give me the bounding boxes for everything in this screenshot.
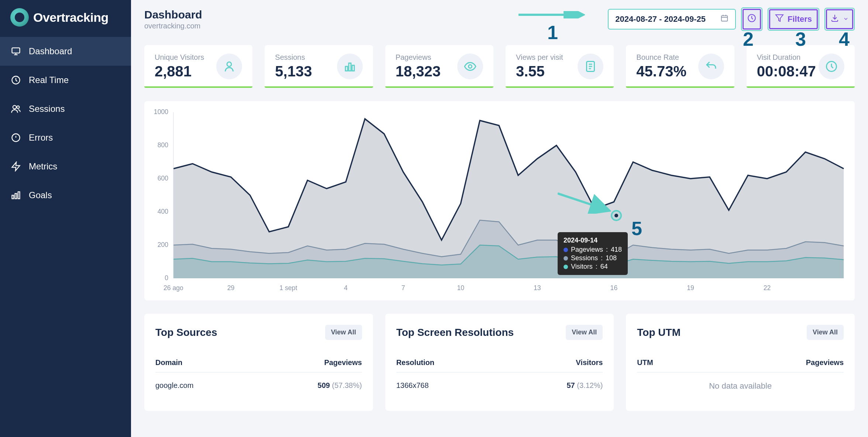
col-header: Resolution (396, 358, 434, 367)
svg-rect-21 (345, 66, 348, 71)
table-row[interactable]: 1366x768 57 (3.12%) (396, 372, 603, 399)
stat-visit-duration[interactable]: Visit Duration00:08:47 (747, 45, 855, 88)
stat-unique-visitors[interactable]: Unique Visitors2,881 (144, 45, 252, 88)
user-icon (216, 54, 242, 79)
svg-text:7: 7 (402, 284, 405, 292)
svg-rect-11 (15, 193, 17, 199)
svg-rect-13 (721, 16, 728, 21)
panel-title: Top Screen Resolutions (396, 327, 514, 338)
view-all-button[interactable]: View All (566, 325, 603, 340)
sidebar-item-label: Goals (29, 190, 52, 200)
header: Dashboard overtracking.com 2024-08-27 - … (131, 0, 868, 38)
col-header: Pageviews (324, 358, 362, 367)
col-header: Pageviews (806, 358, 844, 367)
history-button[interactable] (741, 7, 762, 31)
stat-bounce-rate[interactable]: Bounce Rate45.73% (626, 45, 734, 88)
main-chart[interactable]: 0200400600800100026 ago291 sept471013161… (152, 109, 847, 293)
download-icon (830, 14, 839, 25)
stat-label: Pageviews (396, 53, 441, 62)
col-header: Visitors (576, 358, 603, 367)
svg-text:1 sept: 1 sept (279, 284, 297, 292)
svg-point-4 (13, 106, 16, 109)
svg-text:0: 0 (165, 274, 168, 282)
table-row[interactable]: google.com 509 (57.38%) (155, 372, 362, 399)
svg-text:10: 10 (457, 284, 464, 292)
tooltip-row-label: Sessions (571, 254, 598, 262)
stat-pageviews[interactable]: Pageviews18,323 (385, 45, 493, 88)
monitor-icon (10, 46, 21, 57)
main: Dashboard overtracking.com 2024-08-27 - … (131, 0, 868, 437)
row-pct: (3.12%) (577, 381, 603, 389)
svg-text:600: 600 (158, 175, 169, 182)
stat-value: 00:08:47 (757, 63, 816, 80)
col-header: UTM (637, 358, 653, 367)
chart-tooltip: 2024-09-14 Pageviews: 418 Sessions: 108 … (558, 232, 628, 275)
tooltip-row-value: 418 (611, 246, 622, 254)
sidebar-item-dashboard[interactable]: Dashboard (0, 37, 131, 66)
tooltip-row-value: 108 (606, 254, 617, 262)
svg-point-5 (17, 106, 19, 109)
sidebar-item-goals[interactable]: Goals (0, 181, 131, 210)
page-subtitle: overtracking.com (144, 22, 202, 30)
svg-marker-9 (12, 162, 20, 171)
sidebar: Overtracking Dashboard Real Time Session… (0, 0, 131, 437)
page-icon (578, 54, 603, 79)
row-value: 509 (318, 381, 330, 389)
download-button[interactable] (824, 8, 855, 31)
chevron-down-icon (843, 14, 849, 24)
svg-text:19: 19 (687, 284, 694, 292)
row-pct: (57.38%) (332, 381, 362, 389)
filter-icon (775, 14, 784, 25)
sidebar-item-label: Real Time (29, 75, 69, 85)
sidebar-item-realtime[interactable]: Real Time (0, 66, 131, 94)
stat-value: 5,133 (275, 63, 312, 80)
undo-icon (698, 54, 724, 79)
svg-text:800: 800 (158, 141, 169, 149)
empty-state: No data available (637, 372, 844, 400)
row-domain: google.com (155, 381, 193, 390)
tooltip-row-value: 64 (600, 263, 608, 271)
svg-text:200: 200 (158, 241, 169, 248)
stats-row: Unique Visitors2,881 Sessions5,133 Pagev… (131, 38, 868, 94)
svg-rect-22 (349, 63, 351, 71)
stat-sessions[interactable]: Sessions5,133 (265, 45, 373, 88)
row-resolution: 1366x768 (396, 381, 429, 390)
stat-value: 2,881 (155, 63, 204, 80)
stat-label: Unique Visitors (155, 53, 204, 62)
sidebar-item-errors[interactable]: Errors (0, 123, 131, 152)
sidebar-item-metrics[interactable]: Metrics (0, 152, 131, 181)
svg-text:26 ago: 26 ago (163, 284, 183, 292)
sidebar-item-label: Errors (29, 133, 53, 143)
sidebar-item-sessions[interactable]: Sessions (0, 94, 131, 123)
filters-label: Filters (788, 14, 812, 24)
calendar-icon (720, 14, 728, 24)
stat-value: 3.55 (516, 63, 563, 80)
nav: Dashboard Real Time Sessions Errors Metr… (0, 37, 131, 210)
view-all-button[interactable]: View All (325, 325, 362, 340)
filters-button[interactable]: Filters (768, 8, 819, 31)
stat-label: Sessions (275, 53, 312, 62)
sidebar-item-label: Dashboard (29, 46, 72, 56)
tooltip-row-label: Visitors (571, 263, 593, 271)
tooltip-date: 2024-09-14 (564, 237, 622, 244)
stat-views-per-visit[interactable]: Views per visit3.55 (506, 45, 614, 88)
bolt-icon (10, 161, 21, 172)
users-icon (10, 103, 21, 114)
main-chart-card: 0200400600800100026 ago291 sept471013161… (144, 101, 855, 300)
col-header: Domain (155, 358, 182, 367)
panel-title: Top UTM (637, 327, 681, 338)
svg-rect-0 (12, 48, 20, 53)
date-range-picker[interactable]: 2024-08-27 - 2024-09-25 (608, 9, 736, 30)
svg-text:400: 400 (158, 208, 169, 215)
bars-icon (10, 190, 21, 201)
panel-top-utm: Top UTM View All UTMPageviews No data av… (626, 314, 855, 411)
view-all-button[interactable]: View All (807, 325, 844, 340)
svg-point-20 (227, 62, 231, 66)
svg-text:4: 4 (344, 284, 348, 292)
stat-value: 18,323 (396, 63, 441, 80)
clock-icon (10, 75, 21, 86)
svg-rect-23 (352, 65, 354, 71)
svg-text:29: 29 (227, 284, 235, 292)
svg-marker-18 (776, 15, 783, 21)
logo: Overtracking (0, 8, 131, 37)
